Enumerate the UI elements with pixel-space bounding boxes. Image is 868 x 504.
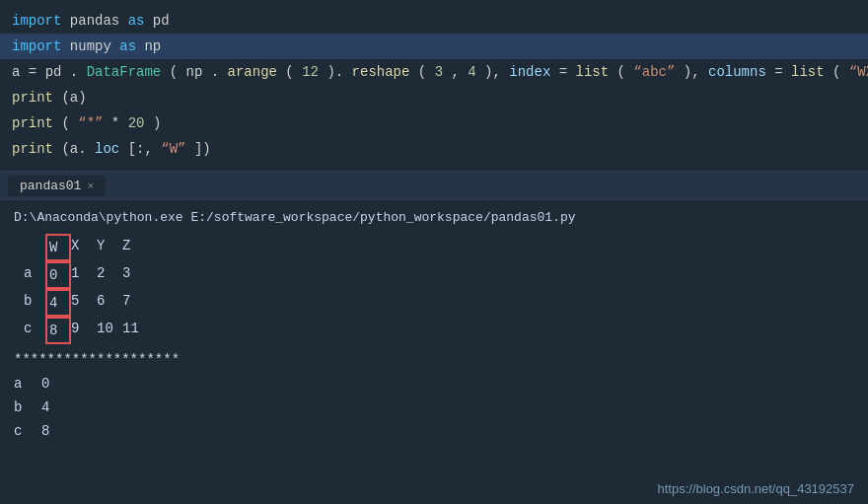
table-header-row: W X Y Z bbox=[24, 234, 854, 261]
keyword-import: import bbox=[12, 13, 61, 29]
cell-a-w: 0 bbox=[45, 261, 71, 289]
col-w-header: W bbox=[45, 234, 71, 261]
cell-b-w: 4 bbox=[45, 289, 71, 317]
code-line-6: print (a. loc [:, “W” ]) bbox=[12, 136, 856, 162]
table-row-c: c 8 9 10 11 bbox=[24, 317, 854, 344]
result-row-b: b 4 bbox=[14, 396, 854, 419]
keyword-as: as bbox=[128, 13, 145, 29]
code-line-2: import numpy as np bbox=[0, 34, 868, 59]
console-tab-bar: pandas01 × bbox=[0, 173, 868, 200]
code-line-1: import pandas as pd bbox=[12, 8, 856, 34]
code-line-3: a = pd . DataFrame ( np . arange ( 12 ).… bbox=[12, 59, 856, 85]
tab-label: pandas01 bbox=[20, 179, 81, 193]
code-line-4: print (a) bbox=[12, 85, 856, 110]
console-tab-pandas01[interactable]: pandas01 × bbox=[8, 176, 106, 196]
code-line-5: print ( “*” * 20 ) bbox=[12, 110, 856, 136]
code-editor: import pandas as pd import numpy as np a… bbox=[0, 0, 868, 173]
watermark: https://blog.csdn.net/qq_43192537 bbox=[658, 481, 855, 496]
console-area: pandas01 × D:\Anaconda\python.exe E:/sof… bbox=[0, 173, 868, 504]
console-output: D:\Anaconda\python.exe E:/software_works… bbox=[0, 200, 868, 449]
table-row-a: a 0 1 2 3 bbox=[24, 261, 854, 289]
result-row-a: a 0 bbox=[14, 372, 854, 396]
tab-close-button[interactable]: × bbox=[87, 180, 94, 192]
command-line: D:\Anaconda\python.exe E:/software_works… bbox=[14, 206, 854, 230]
result-row-c: c 8 bbox=[14, 419, 854, 443]
dataframe-table: W X Y Z a 0 1 2 3 b 4 5 6 7 bbox=[24, 234, 854, 344]
cell-c-w: 8 bbox=[45, 317, 71, 344]
stars-separator: ******************** bbox=[14, 348, 854, 372]
table-row-b: b 4 5 6 7 bbox=[24, 289, 854, 317]
